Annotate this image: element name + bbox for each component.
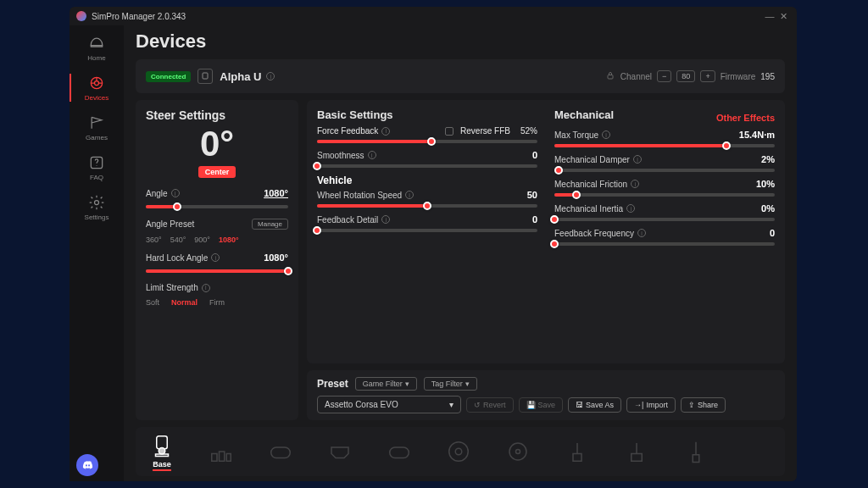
minimize-button[interactable]: — xyxy=(763,11,776,21)
reverse-ffb-label: Reverse FFB xyxy=(460,126,510,136)
info-icon[interactable]: i xyxy=(631,180,639,188)
sidebar-item-settings[interactable]: Settings xyxy=(76,193,117,221)
info-icon[interactable]: i xyxy=(368,151,376,159)
info-icon[interactable]: i xyxy=(171,189,180,197)
info-icon[interactable]: i xyxy=(626,204,635,213)
freq-value: 0 xyxy=(770,228,775,238)
damper-slider[interactable] xyxy=(554,169,775,172)
info-icon[interactable]: i xyxy=(405,191,414,199)
tag-filter-button[interactable]: Tag Filter ▾ xyxy=(424,377,477,391)
import-button[interactable]: →|Import xyxy=(626,397,676,413)
preset-title: Preset xyxy=(317,378,348,390)
inertia-slider[interactable] xyxy=(554,218,775,221)
preset-360[interactable]: 360° xyxy=(146,236,162,244)
freq-slider[interactable] xyxy=(554,242,775,246)
ffb-slider[interactable] xyxy=(317,140,537,143)
info-icon[interactable]: i xyxy=(211,253,220,262)
sidebar-item-label: FAQ xyxy=(90,174,103,181)
info-icon[interactable]: i xyxy=(633,155,642,164)
device-tab-formula-wheel[interactable] xyxy=(327,439,353,464)
info-icon[interactable]: i xyxy=(381,127,390,136)
device-tab-hub[interactable] xyxy=(505,439,531,464)
freq-label: Feedback Frequency xyxy=(554,229,634,238)
close-button[interactable]: ✕ xyxy=(776,11,790,22)
flag-icon xyxy=(87,114,106,132)
inertia-label: Mechanical Inertia xyxy=(554,204,623,214)
device-tab-base[interactable]: Base xyxy=(149,433,175,471)
question-icon xyxy=(87,153,106,172)
preset-900[interactable]: 900° xyxy=(194,236,210,244)
save-button[interactable]: 💾Save xyxy=(519,397,564,413)
angle-preset-options: 360° 540° 900° 1080° xyxy=(146,236,288,244)
device-tab-gamepad1[interactable] xyxy=(268,439,293,464)
svg-point-15 xyxy=(455,448,462,455)
save-icon: 💾 xyxy=(526,401,536,409)
sidebar-item-devices[interactable]: Devices xyxy=(76,74,117,102)
other-effects-link[interactable]: Other Effects xyxy=(716,113,775,123)
preset-1080[interactable]: 1080° xyxy=(219,236,239,244)
smooth-label: Smoothness xyxy=(317,151,364,160)
reverse-ffb-checkbox[interactable] xyxy=(445,127,453,136)
smooth-slider[interactable] xyxy=(317,164,537,168)
revert-icon: ↺ xyxy=(474,401,481,409)
page-title: Devices xyxy=(136,30,785,53)
info-icon[interactable]: i xyxy=(266,72,275,80)
chevron-down-icon: ▾ xyxy=(465,380,470,388)
basic-title: Basic Settings xyxy=(317,108,537,121)
device-tab-round-wheel[interactable] xyxy=(446,439,471,464)
info-icon[interactable]: i xyxy=(637,229,646,237)
preset-540[interactable]: 540° xyxy=(170,236,186,244)
limit-firm[interactable]: Firm xyxy=(209,298,225,307)
share-button[interactable]: ⇪Share xyxy=(681,397,726,413)
device-name: Alpha U xyxy=(220,70,261,83)
steer-title: Steer Settings xyxy=(146,108,288,122)
torque-slider[interactable] xyxy=(554,144,775,147)
svg-point-16 xyxy=(509,443,526,460)
device-tab-pedals[interactable] xyxy=(209,439,234,464)
center-button[interactable]: Center xyxy=(198,166,236,178)
sidebar-item-home[interactable]: Home xyxy=(76,34,117,62)
channel-dec[interactable]: − xyxy=(657,70,671,82)
app-icon xyxy=(76,11,86,21)
info-icon[interactable]: i xyxy=(202,284,210,292)
device-tab-shifter2[interactable] xyxy=(624,439,649,464)
ffb-value: 52% xyxy=(520,126,537,136)
angle-slider[interactable] xyxy=(146,205,288,208)
hard-lock-slider[interactable] xyxy=(146,269,288,273)
info-icon[interactable]: i xyxy=(381,215,390,224)
game-filter-button[interactable]: Game Filter ▾ xyxy=(355,377,417,391)
steer-angle-display: 0° xyxy=(146,125,288,163)
helmet-icon xyxy=(87,34,106,53)
angle-preset-label: Angle Preset xyxy=(146,219,194,229)
svg-rect-4 xyxy=(203,73,208,79)
angle-value[interactable]: 1080° xyxy=(264,188,288,198)
sidebar-item-games[interactable]: Games xyxy=(76,114,117,141)
svg-rect-18 xyxy=(573,454,581,462)
svg-point-3 xyxy=(95,201,99,205)
svg-rect-9 xyxy=(212,454,217,462)
limit-soft[interactable]: Soft xyxy=(146,298,159,307)
sidebar-item-label: Home xyxy=(87,54,105,62)
device-tab-shifter1[interactable] xyxy=(565,439,590,464)
revert-button[interactable]: ↺Revert xyxy=(466,397,514,413)
manage-button[interactable]: Manage xyxy=(252,219,288,230)
svg-point-1 xyxy=(95,81,99,86)
wrs-slider[interactable] xyxy=(317,204,537,208)
vehicle-title: Vehicle xyxy=(317,175,537,186)
inertia-value: 0% xyxy=(761,203,775,214)
info-icon[interactable]: i xyxy=(602,130,610,139)
preset-select[interactable]: Assetto Corsa EVO ▾ xyxy=(317,396,461,413)
device-tab-handbrake[interactable] xyxy=(683,439,709,464)
lock-icon[interactable] xyxy=(605,70,615,82)
discord-button[interactable] xyxy=(76,454,98,476)
channel-inc[interactable]: + xyxy=(700,70,715,82)
sidebar-item-label: Devices xyxy=(85,94,108,102)
friction-value: 10% xyxy=(756,179,775,189)
sidebar-item-faq[interactable]: FAQ xyxy=(76,153,117,181)
limit-normal[interactable]: Normal xyxy=(171,298,198,307)
device-tab-gamepad2[interactable] xyxy=(387,439,412,464)
fd-slider[interactable] xyxy=(317,229,537,232)
fd-value: 0 xyxy=(532,214,537,225)
friction-slider[interactable] xyxy=(554,193,775,197)
save-as-button[interactable]: 🖫Save As xyxy=(568,397,621,413)
